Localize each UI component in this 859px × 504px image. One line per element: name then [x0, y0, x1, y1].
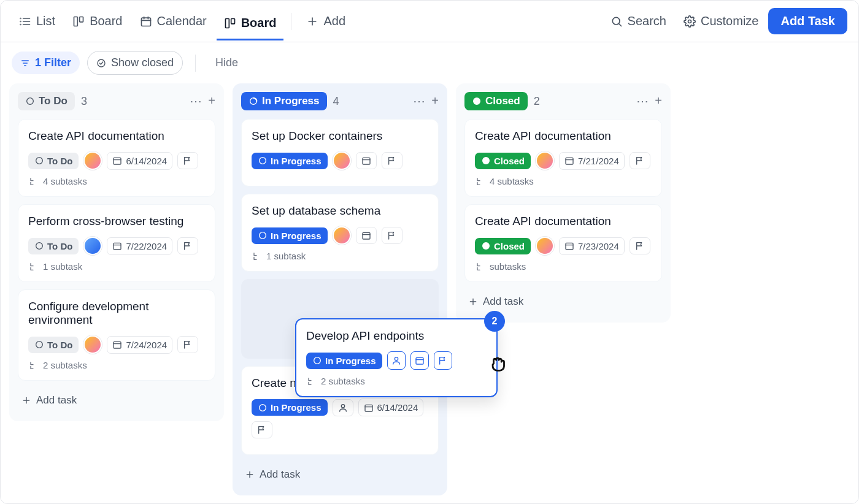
status-pill-inprogress[interactable]: In Progress — [252, 153, 328, 169]
date-chip[interactable]: 7/22/2024 — [107, 237, 172, 255]
filter-icon — [20, 58, 30, 68]
assignee-chip[interactable] — [333, 399, 353, 416]
avatar[interactable] — [83, 335, 102, 354]
status-pill-inprogress[interactable]: In Progress — [241, 92, 327, 110]
status-pill-todo[interactable]: To Do — [28, 153, 79, 169]
avatar[interactable] — [536, 237, 554, 255]
avatar[interactable] — [83, 151, 102, 170]
search-button[interactable]: Search — [603, 9, 674, 33]
status-pill-closed[interactable]: Closed — [475, 153, 531, 169]
date-chip[interactable]: 7/24/2024 — [107, 336, 172, 354]
status-pill-inprogress[interactable]: In Progress — [252, 227, 328, 244]
subtasks-row[interactable]: subtasks — [475, 261, 652, 272]
calendar-icon — [564, 156, 574, 166]
status-pill-todo[interactable]: To Do — [18, 92, 75, 110]
svg-point-42 — [260, 404, 266, 411]
more-icon[interactable]: ⋯ — [636, 94, 649, 109]
avatar[interactable] — [83, 237, 102, 255]
customize-button[interactable]: Customize — [676, 9, 766, 33]
task-card[interactable]: Create API documentation Closed 7/23/202… — [464, 204, 662, 282]
column-inprogress: In Progress 4 ⋯ + Set up Docker containe… — [233, 83, 447, 495]
svg-point-5 — [20, 24, 21, 25]
add-task-in-column[interactable]: Add task — [241, 462, 439, 487]
status-pill-todo[interactable]: To Do — [28, 238, 79, 254]
column-header: Closed 2 ⋯ + — [464, 92, 662, 110]
svg-rect-31 — [114, 342, 121, 348]
flag-chip[interactable] — [177, 237, 198, 254]
date-chip[interactable]: 7/21/2024 — [559, 152, 625, 170]
flag-chip[interactable] — [252, 421, 272, 438]
circle-icon — [25, 96, 35, 106]
task-card[interactable]: Set up database schema In Progress 1 sub… — [241, 194, 439, 272]
add-task-button[interactable]: Add Task — [768, 8, 847, 34]
svg-rect-37 — [363, 158, 370, 164]
column-header: To Do 3 ⋯ + — [18, 92, 215, 110]
flag-chip[interactable] — [630, 152, 650, 169]
svg-point-58 — [395, 357, 398, 361]
task-card[interactable]: Configure development environment To Do … — [18, 289, 215, 381]
more-icon[interactable]: ⋯ — [413, 94, 425, 109]
plus-icon[interactable]: + — [208, 94, 215, 109]
add-task-in-column[interactable]: Add task — [18, 388, 215, 413]
date-chip[interactable]: 7/23/2024 — [559, 237, 625, 255]
date-chip[interactable] — [356, 152, 377, 169]
flag-chip[interactable] — [177, 152, 198, 169]
subtasks-row[interactable]: 1 subtask — [252, 251, 428, 261]
task-card[interactable]: Create API documentation To Do 6/14/2024… — [18, 119, 215, 197]
status-pill-closed[interactable]: Closed — [464, 92, 528, 110]
view-tab-board[interactable]: Board — [65, 9, 129, 33]
status-pill-closed[interactable]: Closed — [475, 238, 531, 254]
more-icon[interactable]: ⋯ — [190, 94, 202, 109]
flag-chip[interactable] — [382, 152, 403, 169]
svg-rect-13 — [231, 18, 234, 23]
task-card[interactable]: Set up Docker containers In Progress — [241, 119, 439, 186]
plus-icon[interactable]: + — [655, 94, 662, 109]
task-card[interactable]: Perform cross-browser testing To Do 7/22… — [18, 204, 215, 282]
subtasks-row[interactable]: 2 subtasks — [28, 360, 205, 370]
add-view-button[interactable]: Add — [299, 9, 353, 33]
status-pill-inprogress[interactable]: In Progress — [252, 399, 328, 416]
date-chip[interactable] — [410, 351, 429, 370]
task-title: Perform cross-browser testing — [28, 215, 205, 228]
view-label: Board — [90, 14, 122, 28]
view-tab-calendar[interactable]: Calendar — [133, 9, 214, 33]
show-closed-chip[interactable]: Show closed — [87, 51, 183, 75]
subtasks-row[interactable]: 4 subtasks — [475, 176, 652, 186]
assignee-chip[interactable] — [387, 351, 406, 370]
flag-chip[interactable] — [177, 336, 198, 353]
avatar[interactable] — [536, 151, 554, 170]
svg-rect-50 — [566, 158, 573, 164]
calendar-icon — [364, 403, 374, 413]
view-tab-list[interactable]: List — [12, 9, 63, 33]
flag-chip[interactable] — [382, 227, 403, 244]
check-circle-icon — [481, 241, 491, 251]
status-pill-inprogress[interactable]: In Progress — [306, 353, 382, 369]
dragging-card[interactable]: 2 Develop API endpoints In Progress 2 su… — [295, 318, 498, 397]
filter-chip[interactable]: 1 Filter — [12, 52, 80, 74]
date-chip[interactable]: 6/14/2024 — [358, 399, 424, 416]
subtasks-row[interactable]: 1 subtask — [28, 261, 205, 272]
view-tab-board-active[interactable]: Board — [217, 11, 284, 40]
plus-icon[interactable]: + — [431, 94, 439, 109]
avatar[interactable] — [333, 226, 351, 245]
flag-chip[interactable] — [630, 237, 650, 254]
hide-button[interactable]: Hide — [208, 52, 245, 74]
task-title: Create API documentation — [28, 129, 205, 143]
subtasks-icon — [252, 251, 261, 261]
flag-chip[interactable] — [434, 351, 452, 370]
task-card[interactable]: Create API documentation Closed 7/21/202… — [464, 119, 662, 197]
subtasks-icon — [475, 262, 485, 272]
status-pill-todo[interactable]: To Do — [28, 337, 79, 353]
subtasks-icon — [475, 177, 485, 186]
avatar[interactable] — [333, 151, 351, 170]
plus-icon — [468, 297, 478, 307]
view-label: Board — [241, 16, 277, 30]
subtasks-row[interactable]: 2 subtasks — [306, 376, 487, 386]
filter-label: 1 Filter — [35, 56, 71, 69]
date-chip[interactable]: 6/14/2024 — [107, 152, 172, 170]
status-label: Closed — [485, 95, 520, 107]
calendar-icon — [112, 340, 122, 349]
date-chip[interactable] — [356, 227, 377, 244]
add-task-in-column[interactable]: Add task — [464, 289, 662, 314]
subtasks-row[interactable]: 4 subtasks — [28, 176, 205, 186]
